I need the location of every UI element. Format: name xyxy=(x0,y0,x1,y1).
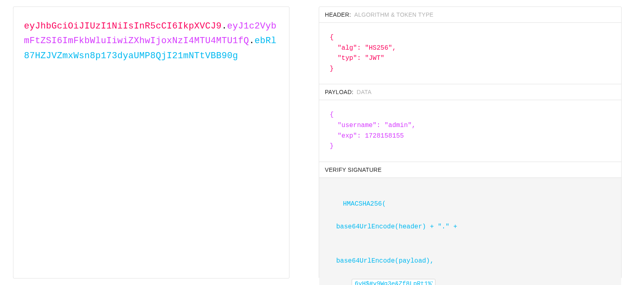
jwt-token-display[interactable]: eyJhbGciOiJIUzI1NiIsInR5cCI6IkpXVCJ9.eyJ… xyxy=(24,19,278,64)
payload-json-body[interactable]: { "username": "admin", "exp": 1728158155… xyxy=(319,100,621,162)
token-header-segment: eyJhbGciOiJIUzI1NiIsInR5cCI6IkpXVCJ9 xyxy=(24,21,222,31)
signature-section-title: VERIFY SIGNATURE xyxy=(319,162,621,178)
payload-subtitle-label: DATA xyxy=(357,89,371,95)
header-section-title: HEADER: ALGORITHM & TOKEN TYPE xyxy=(319,7,621,23)
sig-line-header: base64UrlEncode(header) + "." + xyxy=(327,221,616,232)
token-dot: . xyxy=(222,21,227,31)
signature-title-label: VERIFY SIGNATURE xyxy=(325,167,382,173)
header-json-body[interactable]: { "alg": "HS256", "typ": "JWT" } xyxy=(319,23,621,84)
signature-body: HMACSHA256( base64UrlEncode(header) + ".… xyxy=(319,178,621,285)
encoded-token-panel: eyJhbGciOiJIUzI1NiIsInR5cCI6IkpXVCJ9.eyJ… xyxy=(13,7,289,278)
payload-title-label: PAYLOAD: xyxy=(325,89,353,95)
header-title-label: HEADER: xyxy=(325,11,351,18)
payload-section-title: PAYLOAD: DATA xyxy=(319,84,621,100)
secret-input[interactable] xyxy=(352,279,435,285)
decoded-panel: HEADER: ALGORITHM & TOKEN TYPE { "alg": … xyxy=(319,7,622,278)
sig-fn-open: HMACSHA256( xyxy=(343,200,386,208)
header-subtitle-label: ALGORITHM & TOKEN TYPE xyxy=(354,11,433,18)
token-dot: . xyxy=(249,36,255,46)
sig-line-payload: base64UrlEncode(payload), xyxy=(327,255,616,267)
